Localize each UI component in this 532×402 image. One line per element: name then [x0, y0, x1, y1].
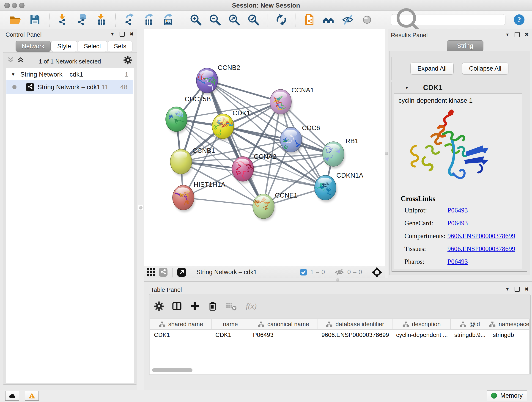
export-image-icon[interactable]: [161, 13, 174, 26]
crosslink-value-link[interactable]: 9606.ENSP00000378699: [447, 232, 515, 240]
table-cell[interactable]: 9606.ENSP00000378699: [318, 330, 393, 340]
network-row-selected[interactable]: String Network – cdk1 11 48: [6, 80, 133, 94]
export-network-icon[interactable]: [123, 13, 136, 26]
network-node-RB1[interactable]: RB1: [323, 137, 358, 168]
string-document-icon[interactable]: [303, 13, 316, 26]
collapse-all-button[interactable]: Collapse All: [462, 63, 508, 75]
import-table-icon[interactable]: [95, 13, 108, 26]
network-row-label: String Network – cdk1: [38, 83, 100, 91]
toolbar-separator: [296, 13, 296, 27]
column-header-description[interactable]: description: [393, 319, 451, 329]
table-cell[interactable]: P06493: [249, 330, 318, 340]
collapse-caret-icon[interactable]: ▼: [405, 85, 409, 90]
column-header-@id[interactable]: @id: [451, 319, 489, 329]
column-header-database-identifier[interactable]: database identifier: [318, 319, 393, 329]
column-header-canonical-name[interactable]: canonical name: [249, 319, 318, 329]
network-canvas[interactable]: CCNB2CCNA1CDC25BCDK1CDC6RB1CCNB1CCNA2CDK…: [144, 29, 385, 266]
show-all-icon[interactable]: [361, 13, 374, 26]
panel-float-icon[interactable]: [120, 32, 125, 37]
protein-name: CDK1: [423, 84, 443, 92]
table-row[interactable]: CDK1CDK1P064939606.ENSP00000378699cyclin…: [150, 330, 529, 340]
save-icon[interactable]: [28, 13, 41, 26]
collection-count: 1: [125, 71, 128, 78]
tree-expander-icon[interactable]: ▼: [11, 72, 15, 77]
table-cell[interactable]: stringdb:9...: [451, 330, 489, 340]
panel-float-icon[interactable]: [515, 287, 520, 292]
control-panel-tabs: NetworkStyleSelectSets: [16, 41, 133, 52]
memory-button[interactable]: Memory: [487, 390, 527, 401]
crosslink-value-link[interactable]: P06493: [447, 206, 468, 214]
network-node-CCNA1[interactable]: CCNA1: [270, 86, 314, 116]
search-field[interactable]: [391, 14, 505, 25]
protein-header[interactable]: ▼ CDK1: [392, 82, 527, 94]
column-header-name[interactable]: name: [212, 319, 249, 329]
warnings-button[interactable]: [25, 391, 39, 401]
show-columns-icon[interactable]: [172, 301, 182, 312]
panel-close-icon[interactable]: ✖: [525, 32, 529, 37]
fit-selected-crosshair-icon[interactable]: [372, 267, 382, 278]
splitter-handle[interactable]: [336, 278, 339, 282]
network-node-CCNE1[interactable]: CCNE1: [253, 191, 298, 221]
table-cell[interactable]: CDK1: [212, 330, 249, 340]
toolbar-separator: [182, 13, 182, 27]
tab-string[interactable]: String: [447, 40, 483, 51]
protein-description: cyclin-dependent kinase 1: [399, 97, 473, 104]
cloud-button[interactable]: [5, 391, 19, 401]
panel-close-icon[interactable]: ✖: [525, 287, 529, 292]
column-header-shared-name[interactable]: shared name: [150, 319, 212, 329]
tab-network[interactable]: Network: [16, 41, 51, 52]
crosslink-value-link[interactable]: P06493: [447, 258, 468, 265]
network-collection-row[interactable]: ▼ String Network – cdk1 1: [6, 69, 133, 80]
tab-sets[interactable]: Sets: [108, 41, 133, 52]
tab-style[interactable]: Style: [51, 41, 77, 52]
add-column-icon[interactable]: [190, 301, 200, 312]
help-button[interactable]: ?: [513, 14, 525, 26]
zoom-fit-icon[interactable]: [228, 13, 241, 26]
network-node-CDKN1A[interactable]: CDKN1A: [315, 172, 363, 202]
horizontal-splitter[interactable]: [144, 278, 532, 281]
panel-close-icon[interactable]: ✖: [130, 32, 134, 37]
panel-dropdown-icon[interactable]: ▼: [110, 32, 114, 37]
import-network-icon[interactable]: [56, 13, 69, 26]
network-options-gear-icon[interactable]: [123, 55, 133, 65]
node-label-RB1: RB1: [346, 137, 358, 145]
zoom-in-icon[interactable]: [189, 13, 202, 26]
zoom-selected-icon[interactable]: [247, 13, 260, 26]
tab-select[interactable]: Select: [78, 41, 107, 52]
selected-checkbox-icon[interactable]: [300, 269, 307, 276]
refresh-icon[interactable]: [275, 13, 288, 26]
network-node-HIST1H1A[interactable]: HIST1H1A: [172, 181, 225, 212]
search-input[interactable]: [424, 16, 502, 24]
network-share-badge-icon[interactable]: [158, 268, 168, 277]
import-database-icon[interactable]: [76, 13, 89, 26]
home-icon[interactable]: [322, 13, 335, 26]
export-table-icon[interactable]: [142, 13, 155, 26]
table-options-gear-icon[interactable]: [154, 301, 164, 312]
vertical-splitter-left[interactable]: [137, 29, 144, 390]
table-cell[interactable]: cyclin-dependent ...: [393, 330, 451, 340]
expand-all-button[interactable]: Expand All: [410, 63, 454, 75]
crosslink-value-link[interactable]: P06493: [447, 219, 468, 227]
horizontal-scrollbar[interactable]: [152, 368, 192, 372]
table-cell[interactable]: stringdb: [489, 330, 530, 340]
panel-dropdown-icon[interactable]: ▼: [505, 32, 510, 37]
table-cell[interactable]: CDK1: [150, 330, 212, 340]
grid-view-icon[interactable]: [147, 268, 155, 277]
svg-text:?: ?: [517, 16, 521, 24]
hidden-eye-slash-icon[interactable]: [335, 268, 344, 276]
crosslink-value-link[interactable]: 9606.ENSP00000378699: [447, 245, 515, 253]
splitter-handle[interactable]: [138, 205, 143, 211]
hide-selected-icon[interactable]: [341, 13, 354, 26]
zoom-out-icon[interactable]: [209, 13, 221, 26]
network-list: ▼ String Network – cdk1 1 String Network…: [6, 68, 134, 383]
panel-float-icon[interactable]: [515, 32, 520, 37]
toolbar-separator: [115, 13, 116, 27]
edge-count: 48: [120, 83, 127, 91]
open-icon[interactable]: [9, 13, 22, 26]
panel-dropdown-icon[interactable]: ▼: [505, 287, 510, 292]
node-label-CCNB2: CCNB2: [218, 64, 240, 71]
external-link-icon[interactable]: [177, 268, 186, 277]
network-view-title: String Network – cdk1: [196, 269, 257, 276]
column-header-namespace[interactable]: namespace: [489, 319, 530, 329]
delete-column-icon[interactable]: [207, 301, 218, 312]
